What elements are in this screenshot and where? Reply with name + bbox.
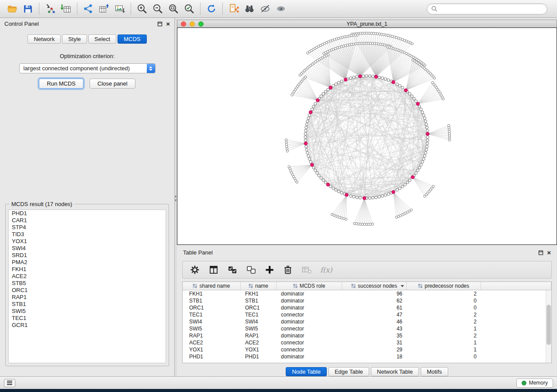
network-node[interactable] bbox=[335, 189, 337, 191]
network-node[interactable] bbox=[312, 105, 315, 108]
zoom-selected-button[interactable] bbox=[181, 1, 197, 16]
network-node[interactable] bbox=[359, 196, 361, 199]
network-node[interactable] bbox=[425, 123, 428, 126]
network-node[interactable] bbox=[401, 86, 404, 89]
column-header-shared-name[interactable]: shared name bbox=[183, 282, 241, 290]
leaf-node[interactable] bbox=[432, 185, 434, 187]
leaf-node[interactable] bbox=[410, 209, 412, 211]
network-node[interactable] bbox=[384, 78, 387, 80]
network-node[interactable] bbox=[335, 83, 337, 86]
dominator-node[interactable] bbox=[326, 183, 330, 186]
tab-network-table[interactable]: Network Table bbox=[371, 367, 419, 376]
network-node[interactable] bbox=[304, 129, 307, 132]
network-node[interactable] bbox=[307, 155, 310, 157]
network-node[interactable] bbox=[413, 97, 415, 100]
network-node[interactable] bbox=[329, 185, 332, 188]
network-node[interactable] bbox=[401, 185, 404, 188]
dominator-node[interactable] bbox=[309, 110, 312, 114]
network-node[interactable] bbox=[384, 194, 387, 196]
network-node[interactable] bbox=[368, 75, 371, 77]
network-node[interactable] bbox=[421, 111, 424, 113]
close-icon[interactable]: × bbox=[166, 21, 170, 27]
mcds-result-item[interactable]: GCR1 bbox=[9, 322, 166, 329]
leaf-node[interactable] bbox=[296, 181, 298, 183]
network-graph[interactable] bbox=[177, 28, 557, 244]
open-session-button[interactable] bbox=[4, 1, 20, 16]
mcds-result-item[interactable]: ACE2 bbox=[9, 273, 166, 280]
dominator-node[interactable] bbox=[345, 193, 349, 197]
table-row[interactable]: YOX1YOX1connector291 bbox=[183, 346, 551, 353]
mcds-result-item[interactable]: ORC1 bbox=[9, 287, 166, 294]
network-node[interactable] bbox=[425, 148, 428, 151]
mcds-result-item[interactable]: STP4 bbox=[9, 224, 166, 231]
export-network-button[interactable] bbox=[80, 1, 96, 16]
leaf-node[interactable] bbox=[285, 141, 287, 143]
table-settings-button[interactable] bbox=[190, 265, 200, 275]
column-header-name[interactable]: name bbox=[241, 282, 277, 290]
node-table[interactable]: shared name name MCDS role successor nod… bbox=[182, 282, 552, 363]
mcds-result-item[interactable]: SRD1 bbox=[9, 252, 166, 259]
network-node[interactable] bbox=[368, 197, 371, 199]
dominator-node[interactable] bbox=[392, 80, 395, 84]
network-node[interactable] bbox=[381, 195, 384, 197]
leaf-node[interactable] bbox=[371, 223, 374, 225]
leaf-node[interactable] bbox=[345, 218, 347, 220]
dominator-node[interactable] bbox=[363, 196, 366, 200]
network-node[interactable] bbox=[420, 108, 422, 110]
network-node[interactable] bbox=[378, 196, 381, 198]
mcds-result-list[interactable]: PHD1CAR1STP4TID3YOX1SWI4SRD1PMA2FKH1ACE2… bbox=[8, 210, 166, 363]
table-row[interactable]: PHD1PHD1dominator180 bbox=[183, 353, 551, 360]
network-node[interactable] bbox=[316, 172, 318, 174]
network-node[interactable] bbox=[314, 169, 317, 172]
network-node[interactable] bbox=[306, 151, 309, 154]
network-node[interactable] bbox=[426, 142, 429, 145]
network-node[interactable] bbox=[426, 129, 429, 132]
network-node[interactable] bbox=[411, 95, 413, 97]
float-window-icon[interactable] bbox=[538, 250, 543, 255]
mcds-result-item[interactable]: PHD1 bbox=[9, 210, 166, 217]
network-node[interactable] bbox=[337, 81, 340, 84]
network-node[interactable] bbox=[318, 174, 320, 177]
save-session-button[interactable] bbox=[20, 1, 36, 16]
table-row[interactable]: SWI4SWI4dominator462 bbox=[183, 318, 551, 325]
network-node[interactable] bbox=[304, 139, 307, 141]
float-window-icon[interactable] bbox=[157, 21, 163, 27]
leaf-node[interactable] bbox=[386, 46, 388, 48]
share-document-button[interactable] bbox=[226, 1, 242, 16]
network-node[interactable] bbox=[421, 161, 424, 163]
network-node[interactable] bbox=[426, 145, 428, 148]
dominator-node[interactable] bbox=[411, 175, 415, 179]
create-column-button[interactable] bbox=[265, 265, 274, 275]
table-row[interactable]: SWI5SWI5connector431 bbox=[183, 325, 551, 332]
network-node[interactable] bbox=[422, 158, 425, 160]
network-node[interactable] bbox=[426, 136, 429, 138]
leaf-node[interactable] bbox=[286, 145, 288, 148]
zoom-out-button[interactable] bbox=[150, 1, 166, 16]
network-canvas[interactable] bbox=[177, 28, 557, 245]
network-node[interactable] bbox=[423, 117, 426, 120]
network-node[interactable] bbox=[305, 123, 308, 126]
mcds-result-item[interactable]: RAP1 bbox=[9, 294, 166, 301]
dominator-node[interactable] bbox=[416, 102, 420, 106]
mcds-result-item[interactable]: TID3 bbox=[9, 231, 166, 238]
network-node[interactable] bbox=[423, 155, 426, 157]
graphics-details-button[interactable] bbox=[273, 1, 289, 16]
network-node[interactable] bbox=[305, 145, 308, 148]
network-node[interactable] bbox=[349, 195, 352, 197]
network-node[interactable] bbox=[322, 179, 325, 182]
network-node[interactable] bbox=[304, 133, 307, 135]
deselect-all-button[interactable] bbox=[246, 265, 256, 275]
leaf-node[interactable] bbox=[448, 124, 450, 127]
network-node[interactable] bbox=[408, 179, 411, 182]
network-node[interactable] bbox=[381, 77, 384, 79]
network-node[interactable] bbox=[356, 196, 358, 199]
network-node[interactable] bbox=[349, 77, 352, 79]
network-node[interactable] bbox=[378, 76, 381, 79]
network-node[interactable] bbox=[398, 187, 401, 189]
export-table-button[interactable] bbox=[96, 1, 112, 16]
network-node[interactable] bbox=[418, 166, 421, 169]
zoom-in-button[interactable] bbox=[134, 1, 150, 16]
network-node[interactable] bbox=[396, 189, 398, 191]
network-window-titlebar[interactable]: YPA_prune.txt_1 bbox=[177, 20, 557, 28]
run-mcds-button[interactable]: Run MCDS bbox=[39, 79, 83, 89]
